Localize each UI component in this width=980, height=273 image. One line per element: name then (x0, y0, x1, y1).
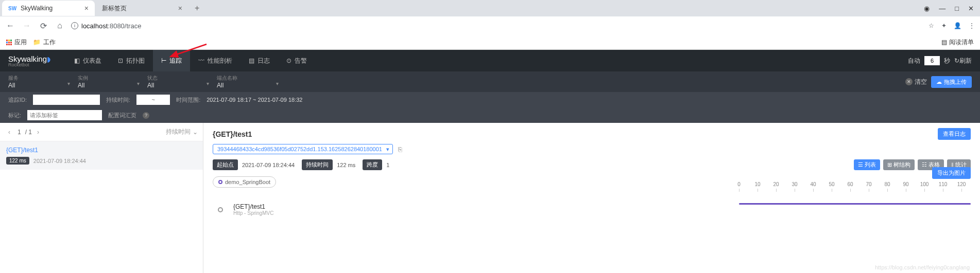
dashboard-icon: ◧ (74, 57, 80, 64)
trace-detail-panel: {GET}/test1 查看日志 39344468433c4cd98536f05… (203, 123, 980, 273)
chevron-down-icon: ▾ (276, 81, 279, 86)
start-time: 2021-07-09 18:24:44 (242, 162, 295, 168)
seconds-label: 秒 (944, 57, 950, 65)
nav-profile[interactable]: 〰性能剖析 (190, 50, 240, 71)
upload-label: 拖拽上传 (944, 78, 967, 86)
menu-icon[interactable]: ⋮ (969, 22, 975, 29)
tag-label: 标记: (8, 112, 21, 119)
alarm-icon: ⊙ (286, 57, 291, 64)
tick: 30 (785, 181, 804, 187)
main-nav: ◧仪表盘 ⊡拓扑图 ⊢追踪 〰性能剖析 ▤日志 ⊙告警 (66, 50, 315, 71)
tick: 100 (915, 181, 934, 187)
trace-icon: ⊢ (161, 57, 166, 64)
filter-value: All (8, 82, 57, 89)
trace-id-value: 39344468433c4cd98536f05d02752dd1.153.162… (217, 146, 382, 152)
refresh-button[interactable]: ↻刷新 (954, 57, 972, 65)
filter-value: All (78, 82, 127, 89)
maximize-icon[interactable]: □ (955, 5, 959, 12)
folder-icon: 📁 (33, 39, 41, 46)
chevron-down-icon: ▾ (67, 81, 70, 86)
account-icon[interactable]: ◉ (924, 5, 930, 12)
span-name: {GET}/test1 (233, 203, 273, 210)
trace-meta: 122 ms 2021-07-09 18:24:44 (6, 157, 197, 165)
addr-right-controls: ☆ ✦ 👤 ⋮ (929, 22, 975, 29)
refresh-seconds-input[interactable] (924, 56, 940, 65)
tick: 20 (767, 181, 785, 187)
export-image-button[interactable]: 导出为图片 (932, 167, 971, 179)
detail-title: {GET}/test1 (213, 130, 252, 138)
vocab-link[interactable]: 配置词汇页 (108, 112, 136, 119)
window-controls: ◉ — □ ✕ (924, 5, 980, 12)
instance-filter[interactable]: 实例 All ▾ (78, 75, 147, 89)
site-info-icon[interactable]: i (71, 22, 78, 29)
tick: 40 (804, 181, 822, 187)
star-icon[interactable]: ☆ (929, 22, 934, 29)
reload-icon[interactable]: ⟳ (38, 21, 48, 31)
endpoint-filter[interactable]: 端点名称 All ▾ (217, 75, 286, 89)
close-icon[interactable]: × (84, 4, 89, 12)
start-badge: 起始点 (213, 159, 238, 170)
home-icon[interactable]: ⌂ (55, 21, 65, 30)
copy-icon[interactable]: ⎘ (398, 145, 402, 153)
close-icon[interactable]: ✕ (968, 5, 974, 12)
next-page-button[interactable]: › (32, 129, 42, 136)
close-icon[interactable]: × (178, 4, 182, 12)
filter-value: All (217, 82, 266, 89)
span-tree-marker (213, 207, 228, 212)
nav-alarm[interactable]: ⊙告警 (278, 50, 315, 71)
trace-list-item[interactable]: {GET}/test1 122 ms 2021-07-09 18:24:44 (0, 141, 203, 170)
trace-id-row: 39344468433c4cd98536f05d02752dd1.153.162… (213, 144, 971, 154)
time-range-value[interactable]: 2021-07-09 18:17 ~ 2021-07-09 18:32 (207, 97, 302, 103)
nav-log[interactable]: ▤日志 (240, 50, 278, 71)
tick: 80 (878, 181, 897, 187)
clear-button[interactable]: ✕清空 (905, 78, 927, 86)
back-icon[interactable]: ← (5, 21, 15, 30)
trace-list-panel: ‹ 1 / 1 › 持续时间 ⌄ {GET}/test1 122 ms 2021… (0, 123, 203, 273)
service-filter[interactable]: 服务 All ▾ (8, 75, 78, 89)
total-pages: / 1 (25, 129, 32, 136)
url-input[interactable]: i localhost:8080/trace (71, 22, 922, 30)
profile-icon[interactable]: 👤 (954, 22, 961, 29)
view-log-button[interactable]: 查看日志 (938, 128, 971, 140)
trace-id-select[interactable]: 39344468433c4cd98536f05d02752dd1.153.162… (213, 144, 393, 154)
nav-dashboard[interactable]: ◧仪表盘 (66, 50, 110, 71)
browser-tab[interactable]: 新标签页 × (96, 1, 188, 16)
chevron-down-icon: ▾ (207, 81, 209, 86)
view-tree-button[interactable]: ⊞ 树结构 (883, 159, 915, 170)
status-filter[interactable]: 状态 All ▾ (147, 75, 217, 89)
timeline-axis: 0 10 20 30 40 50 60 70 80 90 100 110 120 (730, 181, 971, 187)
filter-actions: ✕清空 ☁拖拽上传 (905, 76, 972, 88)
trace-id-input[interactable] (33, 95, 100, 105)
span-row[interactable]: {GET}/test1 Http - SpringMVC (213, 203, 971, 216)
sort-dropdown[interactable]: 持续时间 ⌄ (166, 128, 198, 136)
chevron-down-icon: ⌄ (193, 129, 198, 136)
tab-title: 新标签页 (102, 4, 178, 13)
list-icon: ▤ (941, 39, 947, 46)
duration-input[interactable] (136, 95, 170, 105)
bookmark-folder-work[interactable]: 📁 工作 (33, 38, 56, 47)
trace-time: 2021-07-09 18:24:44 (33, 158, 86, 164)
span-count: 1 (386, 162, 389, 168)
new-tab-button[interactable]: + (190, 4, 204, 13)
view-list-button[interactable]: ☰ 列表 (854, 159, 880, 170)
browser-tab-active[interactable]: SW SkyWalking × (2, 1, 95, 16)
service-chip[interactable]: demo_SpringBoot (213, 176, 276, 188)
forward-icon[interactable]: → (22, 21, 32, 30)
upload-button[interactable]: ☁拖拽上传 (931, 76, 972, 88)
minimize-icon[interactable]: — (939, 5, 945, 12)
url-port: :8080 (108, 22, 125, 30)
pagination: ‹ 1 / 1 › 持续时间 ⌄ (0, 123, 203, 141)
trace-id-label: 追踪ID: (8, 96, 27, 104)
tag-input[interactable] (27, 110, 102, 120)
extension-icon[interactable]: ✦ (941, 22, 947, 29)
nav-topology[interactable]: ⊡拓扑图 (110, 50, 153, 71)
tick: 120 (952, 181, 971, 187)
filter-bar: 服务 All ▾ 实例 All ▾ 状态 All ▾ 端点名称 All ▾ ✕清… (0, 71, 980, 92)
reading-list-button[interactable]: ▤ 阅读清单 (941, 38, 974, 47)
service-name: demo_SpringBoot (225, 179, 270, 185)
prev-page-button[interactable]: ‹ (5, 129, 13, 136)
nav-trace[interactable]: ⊢追踪 (153, 50, 190, 71)
apps-button[interactable]: 应用 (6, 38, 27, 47)
meta-row: 起始点 2021-07-09 18:24:44 持续时间 122 ms 跨度 1… (213, 159, 971, 170)
help-icon[interactable]: ? (143, 112, 149, 119)
